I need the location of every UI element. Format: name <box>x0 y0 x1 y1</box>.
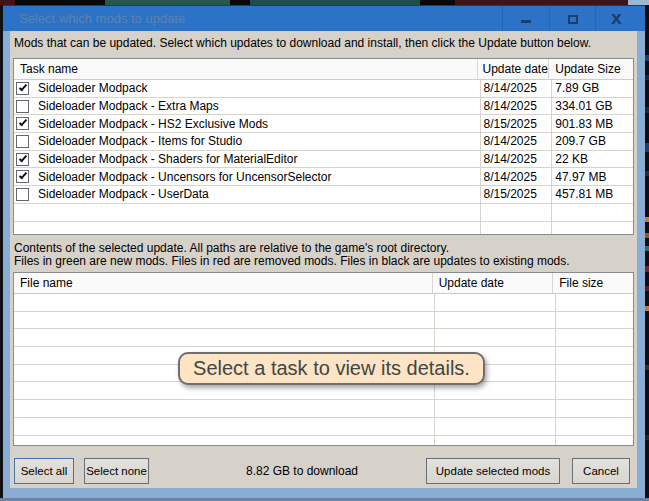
title-bar[interactable]: Select which mods to update X <box>3 5 645 31</box>
task-row[interactable]: Sideloader Modpack - HS2 Exclusive Mods8… <box>14 115 633 133</box>
task-row[interactable]: Sideloader Modpack - UserData8/15/202545… <box>14 186 633 204</box>
background-speck <box>645 233 649 238</box>
task-row-date: 8/14/2025 <box>478 151 549 168</box>
file-list-header: File name Update date File size <box>14 273 633 294</box>
instruction-label: Mods that can be updated. Select which u… <box>14 36 591 50</box>
background-speck <box>645 306 649 311</box>
task-row-name: Sideloader Modpack - UserData <box>14 186 478 203</box>
minimize-button[interactable] <box>502 6 549 32</box>
check-icon <box>19 153 27 162</box>
background-right-strip <box>645 5 649 501</box>
column-header-update-size[interactable]: Update Size <box>549 59 633 79</box>
close-button[interactable]: X <box>595 6 637 32</box>
minimize-icon <box>521 20 531 23</box>
empty-row <box>14 382 633 400</box>
maximize-button[interactable] <box>549 6 595 32</box>
task-row[interactable]: Sideloader Modpack - Items for Studio8/1… <box>14 133 633 151</box>
column-header-update-date[interactable]: Update date <box>478 59 549 79</box>
background-speck <box>645 143 649 152</box>
task-row-name: Sideloader Modpack - Uncensors for Uncen… <box>14 168 478 185</box>
row-checkbox[interactable] <box>16 188 29 201</box>
dialog-window: Select which mods to update X Mods that … <box>3 5 645 498</box>
update-selected-mods-button[interactable]: Update selected mods <box>426 458 560 484</box>
task-row[interactable]: Sideloader Modpack - Extra Maps8/14/2025… <box>14 98 633 116</box>
task-row-date: 8/14/2025 <box>478 168 549 185</box>
row-checkbox[interactable] <box>16 153 29 166</box>
background-speck <box>645 365 649 370</box>
task-row[interactable]: Sideloader Modpack - Shaders for Materia… <box>14 151 633 169</box>
details-tooltip: Select a task to view its details. <box>178 352 485 385</box>
background-speck <box>645 266 649 272</box>
task-row-date: 8/14/2025 <box>478 80 549 97</box>
task-list[interactable]: Task name Update date Update Size Sidelo… <box>13 58 634 235</box>
task-row-size: 22 KB <box>549 151 633 168</box>
background-speck <box>645 217 649 222</box>
background-speck <box>645 107 649 113</box>
background-speck <box>645 246 649 251</box>
window-title: Select which mods to update <box>19 6 185 32</box>
background-speck <box>645 171 649 176</box>
empty-row <box>14 222 633 236</box>
close-icon: X <box>611 12 622 26</box>
task-row-size: 7.89 GB <box>549 80 633 97</box>
task-list-header: Task name Update date Update Size <box>14 59 633 80</box>
row-checkbox[interactable] <box>16 100 29 113</box>
gridline-vertical <box>551 80 552 235</box>
background-speck <box>645 435 649 440</box>
empty-row <box>14 418 633 436</box>
empty-row <box>14 294 633 312</box>
row-name-text: Sideloader Modpack <box>38 81 147 95</box>
contents-label-line2: Files in green are new mods. Files in re… <box>14 255 570 268</box>
row-name-text: Sideloader Modpack - Uncensors for Uncen… <box>38 170 331 184</box>
empty-row <box>14 204 633 222</box>
empty-row <box>14 400 633 418</box>
row-name-text: Sideloader Modpack - Extra Maps <box>38 99 219 113</box>
task-row[interactable]: Sideloader Modpack8/14/20257.89 GB <box>14 80 633 98</box>
row-name-text: Sideloader Modpack - UserData <box>38 187 209 201</box>
check-icon <box>19 118 27 127</box>
task-row-size: 209.7 GB <box>549 133 633 150</box>
task-row-name: Sideloader Modpack - Items for Studio <box>14 133 478 150</box>
empty-row <box>14 312 633 330</box>
row-checkbox[interactable] <box>16 117 29 130</box>
window-border-left <box>3 31 10 498</box>
task-row-date: 8/14/2025 <box>478 98 549 115</box>
row-name-text: Sideloader Modpack - Shaders for Materia… <box>38 152 297 166</box>
column-header-file-name[interactable]: File name <box>14 273 433 293</box>
cancel-button[interactable]: Cancel <box>572 458 630 484</box>
row-name-text: Sideloader Modpack - Items for Studio <box>38 134 242 148</box>
task-row-name: Sideloader Modpack - HS2 Exclusive Mods <box>14 115 478 132</box>
empty-row <box>14 329 633 347</box>
select-none-button[interactable]: Select none <box>84 458 149 484</box>
check-icon <box>19 83 27 92</box>
task-row-name: Sideloader Modpack - Shaders for Materia… <box>14 151 478 168</box>
row-name-text: Sideloader Modpack - HS2 Exclusive Mods <box>38 117 268 131</box>
contents-label: Contents of the selected update. All pat… <box>14 242 570 268</box>
background-speck <box>645 55 649 61</box>
gridline-vertical <box>555 294 556 446</box>
task-list-body: Sideloader Modpack8/14/20257.89 GBSidelo… <box>14 80 633 235</box>
download-total-label: 8.82 GB to download <box>192 458 412 484</box>
gridline-vertical <box>480 80 481 235</box>
task-row-name: Sideloader Modpack <box>14 80 478 97</box>
empty-row <box>14 436 633 447</box>
column-header-update-date[interactable]: Update date <box>433 273 554 293</box>
row-checkbox[interactable] <box>16 82 29 95</box>
task-row[interactable]: Sideloader Modpack - Uncensors for Uncen… <box>14 168 633 186</box>
task-row-size: 47.97 MB <box>549 168 633 185</box>
task-row-date: 8/15/2025 <box>478 186 549 203</box>
background-speck <box>645 75 649 80</box>
task-row-date: 8/15/2025 <box>478 115 549 132</box>
task-row-name: Sideloader Modpack - Extra Maps <box>14 98 478 115</box>
background-speck <box>645 286 649 291</box>
maximize-icon <box>568 15 578 24</box>
column-header-task-name[interactable]: Task name <box>14 59 478 79</box>
task-row-size: 901.83 MB <box>549 115 633 132</box>
row-checkbox[interactable] <box>16 170 29 183</box>
row-checkbox[interactable] <box>16 135 29 148</box>
column-header-file-size[interactable]: File size <box>553 273 633 293</box>
window-border-right <box>637 31 645 498</box>
task-row-size: 457.81 MB <box>549 186 633 203</box>
select-all-button[interactable]: Select all <box>14 458 74 484</box>
task-row-size: 334.01 GB <box>549 98 633 115</box>
